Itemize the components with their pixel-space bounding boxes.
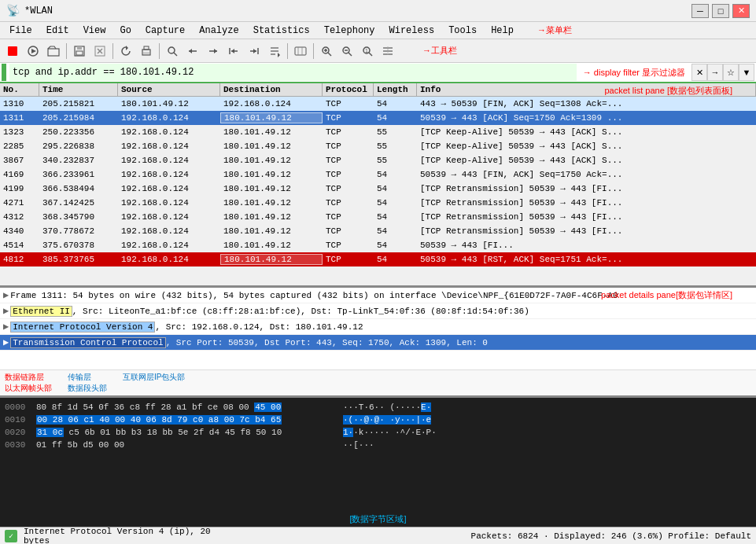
minimize-button[interactable]: ─ xyxy=(691,4,709,18)
toolbar-separator-2 xyxy=(112,43,113,59)
packet-row[interactable]: 4812 385.373765 192.168.0.124 180.101.49… xyxy=(0,252,756,266)
svg-marker-21 xyxy=(231,49,234,53)
hex-bytes-0020: 31 0c c5 6b 01 bb b3 18 bb 5e 2f d4 45 f… xyxy=(36,426,334,439)
packet-row[interactable]: 4169 366.233961 192.168.0.124 180.101.49… xyxy=(0,167,756,182)
svg-marker-16 xyxy=(189,49,192,53)
menu-view[interactable]: View xyxy=(77,24,112,38)
detail-row-ip[interactable]: ▶ Internet Protocol Version 4, Src: 192.… xyxy=(0,319,756,335)
toolbar-separator-4 xyxy=(287,43,288,59)
hex-row-0000: 0000 80 8f 1d 54 0f 36 c8 ff 28 a1 bf ce… xyxy=(5,401,334,414)
packet-details-body: ▶ Frame 1311: 54 bytes on wire (432 bits… xyxy=(0,288,756,369)
col-header-source: Source xyxy=(118,83,220,96)
toolbar-separator-1 xyxy=(66,43,67,59)
close-file-button[interactable] xyxy=(90,42,109,61)
hex-offset-0010: 0010 xyxy=(5,414,33,426)
hex-bytes-0000: 80 8f 1d 54 0f 36 c8 ff 28 a1 bf ce 08 0… xyxy=(36,401,334,414)
toolbar-annotation: →工具栏 xyxy=(422,45,457,57)
statusbar-text: Internet Protocol Version 4 (ip), 20 byt… xyxy=(24,527,241,545)
svg-rect-2 xyxy=(48,49,59,56)
svg-rect-12 xyxy=(143,52,149,54)
packet-row[interactable]: 4271 367.142425 192.168.0.124 180.101.49… xyxy=(0,196,756,210)
statusbar: ✓ Internet Protocol Version 4 (ip), 20 b… xyxy=(0,527,756,544)
svg-rect-5 xyxy=(76,51,83,55)
toolbar-separator-5 xyxy=(313,43,314,59)
bytes-container: 0000 80 8f 1d 54 0f 36 c8 ff 28 a1 bf ce… xyxy=(0,398,756,512)
filter-right-button[interactable]: → xyxy=(707,64,723,81)
packet-row[interactable]: 1311 205.215984 192.168.0.124 180.101.49… xyxy=(0,111,756,125)
menu-capture[interactable]: Capture xyxy=(139,24,191,38)
packet-list-header: No. Time Source Destination Protocol Len… xyxy=(0,83,756,97)
go-forward-button[interactable] xyxy=(204,42,223,61)
open-button[interactable] xyxy=(44,42,63,61)
menubar: File Edit View Go Capture Analyze Statis… xyxy=(0,22,756,39)
bytes-area-annotation: [数据字节区域] xyxy=(0,512,756,527)
col-header-info: Info xyxy=(417,83,756,96)
maximize-button[interactable]: □ xyxy=(712,4,729,18)
ascii-row-0020: 1··k····· ·^/·E·P· xyxy=(343,426,751,439)
auto-scroll-button[interactable] xyxy=(265,42,284,61)
detail-row-ethernet[interactable]: ▶ Ethernet II, Src: LiteonTe_a1:bf:ce (c… xyxy=(0,303,756,319)
menubar-annotation: →菜单栏 xyxy=(537,24,572,36)
svg-line-40 xyxy=(369,53,372,56)
menu-telephony[interactable]: Telephony xyxy=(318,24,382,38)
go-last-button[interactable] xyxy=(245,42,264,61)
menu-wireless[interactable]: Wireless xyxy=(383,24,441,38)
menu-analyze[interactable]: Analyze xyxy=(193,24,245,38)
packet-row[interactable]: 4514 375.670378 192.168.0.124 180.101.49… xyxy=(0,238,756,252)
svg-text:1: 1 xyxy=(365,48,368,53)
packet-row[interactable]: 2285 295.226838 192.168.0.124 180.101.49… xyxy=(0,139,756,153)
toolbar: 1 →工具栏 xyxy=(0,39,756,63)
hex-row-0020: 0020 31 0c c5 6b 01 bb b3 18 bb 5e 2f d4… xyxy=(5,426,334,439)
svg-rect-29 xyxy=(295,47,306,55)
save-button[interactable] xyxy=(70,42,89,61)
menu-edit[interactable]: Edit xyxy=(40,24,76,38)
toolbar-separator-3 xyxy=(159,43,160,59)
menu-file[interactable]: File xyxy=(3,24,39,38)
svg-line-14 xyxy=(174,53,177,56)
packet-list-pane: packet list pane [数据包列表面板] No. Time Sour… xyxy=(0,83,756,288)
menu-statistics[interactable]: Statistics xyxy=(247,24,316,38)
packet-row[interactable]: 1323 250.223356 192.168.0.124 180.101.49… xyxy=(0,125,756,139)
stop-capture-button[interactable] xyxy=(3,42,22,61)
svg-rect-4 xyxy=(77,46,82,50)
detail-frame-text: Frame 1311: 54 bytes on wire (432 bits),… xyxy=(10,291,618,300)
packet-row[interactable]: 4199 366.538494 192.168.0.124 180.101.49… xyxy=(0,182,756,196)
svg-line-37 xyxy=(348,53,352,56)
zoom-reset-button[interactable]: 1 xyxy=(358,42,377,61)
packet-row[interactable]: 4312 368.345790 192.168.0.124 180.101.49… xyxy=(0,210,756,224)
svg-marker-24 xyxy=(253,49,256,53)
go-first-button[interactable] xyxy=(224,42,243,61)
menu-go[interactable]: Go xyxy=(113,24,137,38)
svg-marker-1 xyxy=(31,49,36,53)
close-button[interactable]: ✕ xyxy=(732,4,750,18)
find-button[interactable] xyxy=(163,42,182,61)
detail-row-frame[interactable]: ▶ Frame 1311: 54 bytes on wire (432 bits… xyxy=(0,288,756,303)
hex-bytes-0010: 00 28 06 c1 40 00 40 06 8d 79 c0 a8 00 7… xyxy=(36,414,334,426)
filter-bookmark-button[interactable]: ☆ xyxy=(723,64,739,81)
packet-row[interactable]: 3867 340.232837 192.168.0.124 180.101.49… xyxy=(0,153,756,167)
titlebar-left: 📡 *WLAN xyxy=(6,4,53,17)
go-back-button[interactable] xyxy=(183,42,202,61)
zoom-out-button[interactable] xyxy=(337,42,356,61)
col-header-no: No. xyxy=(0,83,39,96)
packet-row[interactable]: 4340 370.778672 192.168.0.124 180.101.49… xyxy=(0,224,756,238)
restart-capture-button[interactable] xyxy=(24,42,42,61)
status-icon: ✓ xyxy=(5,530,17,542)
resize-columns-button[interactable] xyxy=(378,42,397,61)
menu-tools[interactable]: Tools xyxy=(442,24,483,38)
filter-clear-button[interactable]: ✕ xyxy=(691,64,707,81)
data-link-layer-annotation: 数据链路层 xyxy=(5,372,44,383)
hex-row-0010: 0010 00 28 06 c1 40 00 40 06 8d 79 c0 a8… xyxy=(5,414,334,426)
zoom-in-button[interactable] xyxy=(317,42,336,61)
ip-expand-indicator: ▶ xyxy=(3,321,9,333)
packet-list-body: 1310 205.215821 180.101.49.12 192.168.0.… xyxy=(0,97,756,285)
col-header-destination: Destination xyxy=(220,83,323,96)
menu-help[interactable]: Help xyxy=(485,24,520,38)
filter-input[interactable] xyxy=(9,64,577,81)
filter-dropdown-button[interactable]: ▼ xyxy=(739,64,754,81)
reload-button[interactable] xyxy=(116,42,135,61)
colorize-button[interactable] xyxy=(291,42,310,61)
detail-row-tcp[interactable]: ▶ Transmission Control Protocol, Src Por… xyxy=(0,335,756,351)
print-button[interactable] xyxy=(137,42,156,61)
packet-row[interactable]: 1310 205.215821 180.101.49.12 192.168.0.… xyxy=(0,97,756,111)
